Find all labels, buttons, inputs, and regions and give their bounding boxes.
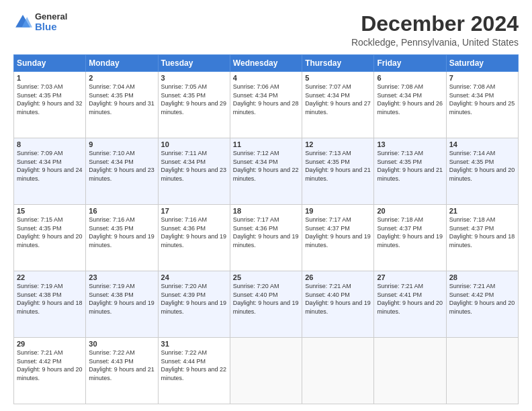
logo-text: General Blue	[35, 12, 67, 33]
day-info: Sunrise: 7:13 AMSunset: 4:35 PMDaylight:…	[305, 149, 371, 183]
calendar-day-cell: 4Sunrise: 7:06 AMSunset: 4:34 PMDaylight…	[230, 72, 302, 138]
calendar-day-cell: 14Sunrise: 7:14 AMSunset: 4:35 PMDayligh…	[446, 138, 518, 205]
day-info: Sunrise: 7:04 AMSunset: 4:35 PMDaylight:…	[89, 83, 154, 116]
day-info: Sunrise: 7:08 AMSunset: 4:34 PMDaylight:…	[377, 83, 443, 116]
calendar-day-cell: 21Sunrise: 7:18 AMSunset: 4:37 PMDayligh…	[446, 205, 518, 271]
day-number: 14	[449, 140, 515, 148]
calendar-day-cell: 24Sunrise: 7:20 AMSunset: 4:39 PMDayligh…	[158, 271, 230, 338]
day-number: 13	[377, 140, 443, 148]
day-number: 25	[233, 273, 299, 281]
calendar-header-cell: Monday	[86, 55, 158, 72]
calendar-day-cell: 16Sunrise: 7:16 AMSunset: 4:35 PMDayligh…	[86, 205, 158, 271]
day-number: 17	[161, 207, 227, 215]
calendar-header-cell: Sunday	[14, 55, 86, 72]
calendar-day-cell: 30Sunrise: 7:22 AMSunset: 4:43 PMDayligh…	[86, 338, 158, 404]
calendar-day-cell	[446, 338, 518, 404]
day-info: Sunrise: 7:14 AMSunset: 4:35 PMDaylight:…	[449, 149, 515, 183]
day-info: Sunrise: 7:10 AMSunset: 4:34 PMDaylight:…	[89, 149, 154, 183]
day-info: Sunrise: 7:17 AMSunset: 4:37 PMDaylight:…	[305, 216, 371, 249]
calendar-body: 1Sunrise: 7:03 AMSunset: 4:35 PMDaylight…	[14, 72, 519, 404]
calendar-week-row: 1Sunrise: 7:03 AMSunset: 4:35 PMDaylight…	[14, 72, 519, 138]
day-number: 10	[161, 140, 227, 148]
calendar-header: SundayMondayTuesdayWednesdayThursdayFrid…	[14, 55, 519, 72]
day-number: 2	[89, 74, 154, 82]
day-info: Sunrise: 7:16 AMSunset: 4:36 PMDaylight:…	[161, 216, 227, 249]
calendar-week-row: 15Sunrise: 7:15 AMSunset: 4:35 PMDayligh…	[14, 205, 519, 271]
day-number: 3	[161, 74, 227, 82]
day-info: Sunrise: 7:09 AMSunset: 4:34 PMDaylight:…	[17, 149, 83, 183]
day-number: 19	[305, 207, 371, 215]
day-number: 6	[377, 74, 443, 82]
day-info: Sunrise: 7:08 AMSunset: 4:34 PMDaylight:…	[449, 83, 515, 116]
page-title: December 2024	[351, 12, 519, 36]
calendar-header-cell: Wednesday	[230, 55, 302, 72]
day-info: Sunrise: 7:06 AMSunset: 4:34 PMDaylight:…	[233, 83, 299, 116]
calendar-header-cell: Thursday	[302, 55, 374, 72]
calendar-day-cell: 7Sunrise: 7:08 AMSunset: 4:34 PMDaylight…	[446, 72, 518, 138]
day-number: 16	[89, 207, 154, 215]
day-info: Sunrise: 7:21 AMSunset: 4:40 PMDaylight:…	[305, 282, 371, 316]
day-info: Sunrise: 7:16 AMSunset: 4:35 PMDaylight:…	[89, 216, 154, 249]
calendar-day-cell: 1Sunrise: 7:03 AMSunset: 4:35 PMDaylight…	[14, 72, 86, 138]
day-info: Sunrise: 7:19 AMSunset: 4:38 PMDaylight:…	[89, 282, 154, 316]
day-number: 30	[89, 340, 154, 348]
day-info: Sunrise: 7:03 AMSunset: 4:35 PMDaylight:…	[17, 83, 83, 116]
page-subtitle: Rockledge, Pennsylvania, United States	[351, 37, 519, 48]
day-info: Sunrise: 7:21 AMSunset: 4:41 PMDaylight:…	[377, 282, 443, 316]
day-number: 1	[17, 74, 83, 82]
calendar-day-cell: 27Sunrise: 7:21 AMSunset: 4:41 PMDayligh…	[374, 271, 446, 338]
calendar-table: SundayMondayTuesdayWednesdayThursdayFrid…	[13, 54, 519, 404]
day-info: Sunrise: 7:18 AMSunset: 4:37 PMDaylight:…	[449, 216, 515, 249]
day-number: 8	[17, 140, 83, 148]
calendar-week-row: 29Sunrise: 7:21 AMSunset: 4:42 PMDayligh…	[14, 338, 519, 404]
page: General Blue December 2024 Rockledge, Pe…	[0, 0, 532, 411]
calendar-day-cell: 29Sunrise: 7:21 AMSunset: 4:42 PMDayligh…	[14, 338, 86, 404]
day-number: 12	[305, 140, 371, 148]
day-number: 21	[449, 207, 515, 215]
calendar-week-row: 8Sunrise: 7:09 AMSunset: 4:34 PMDaylight…	[14, 138, 519, 205]
calendar-header-cell: Friday	[374, 55, 446, 72]
calendar-day-cell: 13Sunrise: 7:13 AMSunset: 4:35 PMDayligh…	[374, 138, 446, 205]
day-number: 11	[233, 140, 299, 148]
calendar-day-cell: 11Sunrise: 7:12 AMSunset: 4:34 PMDayligh…	[230, 138, 302, 205]
calendar-day-cell: 15Sunrise: 7:15 AMSunset: 4:35 PMDayligh…	[14, 205, 86, 271]
calendar-day-cell: 26Sunrise: 7:21 AMSunset: 4:40 PMDayligh…	[302, 271, 374, 338]
day-info: Sunrise: 7:18 AMSunset: 4:37 PMDaylight:…	[377, 216, 443, 249]
day-info: Sunrise: 7:20 AMSunset: 4:39 PMDaylight:…	[161, 282, 227, 316]
day-info: Sunrise: 7:13 AMSunset: 4:35 PMDaylight:…	[377, 149, 443, 183]
calendar-day-cell: 22Sunrise: 7:19 AMSunset: 4:38 PMDayligh…	[14, 271, 86, 338]
logo-blue: Blue	[35, 21, 67, 33]
logo-general: General	[35, 12, 67, 21]
calendar-day-cell: 17Sunrise: 7:16 AMSunset: 4:36 PMDayligh…	[158, 205, 230, 271]
calendar-day-cell: 19Sunrise: 7:17 AMSunset: 4:37 PMDayligh…	[302, 205, 374, 271]
calendar-day-cell	[230, 338, 302, 404]
day-number: 27	[377, 273, 443, 281]
calendar-day-cell: 18Sunrise: 7:17 AMSunset: 4:36 PMDayligh…	[230, 205, 302, 271]
day-number: 31	[161, 340, 227, 348]
calendar-day-cell: 6Sunrise: 7:08 AMSunset: 4:34 PMDaylight…	[374, 72, 446, 138]
calendar-day-cell: 10Sunrise: 7:11 AMSunset: 4:34 PMDayligh…	[158, 138, 230, 205]
calendar-week-row: 22Sunrise: 7:19 AMSunset: 4:38 PMDayligh…	[14, 271, 519, 338]
day-number: 29	[17, 340, 83, 348]
day-info: Sunrise: 7:12 AMSunset: 4:34 PMDaylight:…	[233, 149, 299, 183]
day-number: 4	[233, 74, 299, 82]
calendar-day-cell: 20Sunrise: 7:18 AMSunset: 4:37 PMDayligh…	[374, 205, 446, 271]
calendar-day-cell: 23Sunrise: 7:19 AMSunset: 4:38 PMDayligh…	[86, 271, 158, 338]
calendar-day-cell	[302, 338, 374, 404]
day-info: Sunrise: 7:05 AMSunset: 4:35 PMDaylight:…	[161, 83, 227, 116]
day-info: Sunrise: 7:20 AMSunset: 4:40 PMDaylight:…	[233, 282, 299, 316]
day-info: Sunrise: 7:22 AMSunset: 4:44 PMDaylight:…	[161, 349, 227, 382]
calendar-day-cell: 8Sunrise: 7:09 AMSunset: 4:34 PMDaylight…	[14, 138, 86, 205]
day-number: 22	[17, 273, 83, 281]
day-number: 28	[449, 273, 515, 281]
calendar-day-cell: 28Sunrise: 7:21 AMSunset: 4:42 PMDayligh…	[446, 271, 518, 338]
calendar-day-cell: 5Sunrise: 7:07 AMSunset: 4:34 PMDaylight…	[302, 72, 374, 138]
day-number: 20	[377, 207, 443, 215]
day-number: 23	[89, 273, 154, 281]
logo: General Blue	[13, 12, 67, 33]
day-number: 5	[305, 74, 371, 82]
header-row: SundayMondayTuesdayWednesdayThursdayFrid…	[14, 55, 519, 72]
day-number: 7	[449, 74, 515, 82]
day-info: Sunrise: 7:22 AMSunset: 4:43 PMDaylight:…	[89, 349, 154, 382]
calendar-header-cell: Saturday	[446, 55, 518, 72]
